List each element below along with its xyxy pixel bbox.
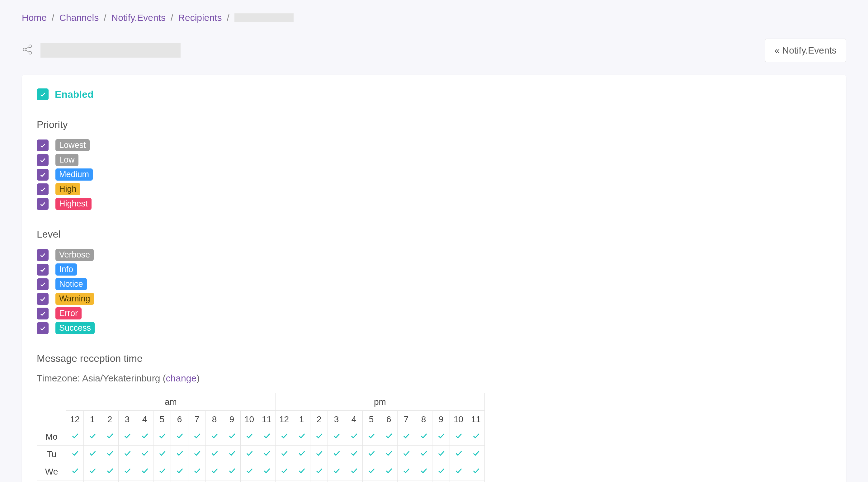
- schedule-hour-header[interactable]: 6: [380, 411, 398, 428]
- schedule-cell[interactable]: [206, 428, 223, 446]
- schedule-hour-header[interactable]: 8: [206, 411, 223, 428]
- schedule-cell[interactable]: [432, 428, 450, 446]
- schedule-hour-header[interactable]: 1: [293, 411, 310, 428]
- schedule-cell[interactable]: [66, 480, 84, 482]
- schedule-cell[interactable]: [450, 428, 467, 446]
- schedule-cell[interactable]: [171, 428, 188, 446]
- schedule-cell[interactable]: [293, 480, 310, 482]
- timezone-change-link[interactable]: change: [166, 373, 196, 383]
- breadcrumb-notify-events[interactable]: Notify.Events: [111, 12, 166, 23]
- schedule-hour-header[interactable]: 8: [415, 411, 432, 428]
- schedule-cell[interactable]: [398, 463, 415, 480]
- schedule-hour-header[interactable]: 2: [310, 411, 328, 428]
- schedule-cell[interactable]: [119, 428, 136, 446]
- schedule-cell[interactable]: [188, 463, 206, 480]
- schedule-cell[interactable]: [380, 480, 398, 482]
- schedule-cell[interactable]: [66, 463, 84, 480]
- schedule-cell[interactable]: [241, 463, 258, 480]
- schedule-cell[interactable]: [432, 463, 450, 480]
- schedule-cell[interactable]: [276, 463, 293, 480]
- schedule-cell[interactable]: [241, 428, 258, 446]
- schedule-hour-header[interactable]: 7: [398, 411, 415, 428]
- schedule-cell[interactable]: [154, 428, 171, 446]
- schedule-cell[interactable]: [223, 446, 241, 463]
- schedule-cell[interactable]: [206, 463, 223, 480]
- schedule-cell[interactable]: [84, 463, 101, 480]
- schedule-cell[interactable]: [276, 446, 293, 463]
- schedule-cell[interactable]: [66, 446, 84, 463]
- priority-checkbox[interactable]: [37, 169, 49, 181]
- schedule-cell[interactable]: [363, 446, 380, 463]
- schedule-cell[interactable]: [345, 428, 363, 446]
- schedule-cell[interactable]: [415, 463, 432, 480]
- schedule-hour-header[interactable]: 5: [154, 411, 171, 428]
- schedule-day-label[interactable]: Tu: [37, 446, 66, 463]
- breadcrumb-channels[interactable]: Channels: [59, 12, 99, 23]
- level-checkbox[interactable]: [37, 249, 49, 261]
- schedule-cell[interactable]: [450, 480, 467, 482]
- schedule-hour-header[interactable]: 12: [276, 411, 293, 428]
- schedule-hour-header[interactable]: 4: [136, 411, 154, 428]
- schedule-cell[interactable]: [467, 446, 485, 463]
- schedule-cell[interactable]: [293, 428, 310, 446]
- schedule-cell[interactable]: [119, 480, 136, 482]
- priority-checkbox[interactable]: [37, 140, 49, 151]
- schedule-cell[interactable]: [136, 463, 154, 480]
- schedule-day-label[interactable]: We: [37, 463, 66, 480]
- schedule-cell[interactable]: [154, 446, 171, 463]
- schedule-hour-header[interactable]: 9: [223, 411, 241, 428]
- level-checkbox[interactable]: [37, 264, 49, 276]
- enabled-checkbox[interactable]: [37, 88, 49, 100]
- schedule-cell[interactable]: [171, 463, 188, 480]
- schedule-cell[interactable]: [450, 463, 467, 480]
- schedule-cell[interactable]: [241, 446, 258, 463]
- schedule-cell[interactable]: [432, 480, 450, 482]
- level-checkbox[interactable]: [37, 308, 49, 320]
- schedule-hour-header[interactable]: 6: [171, 411, 188, 428]
- schedule-cell[interactable]: [223, 480, 241, 482]
- schedule-cell[interactable]: [276, 428, 293, 446]
- schedule-cell[interactable]: [380, 463, 398, 480]
- schedule-cell[interactable]: [258, 446, 276, 463]
- schedule-hour-header[interactable]: 3: [328, 411, 345, 428]
- schedule-cell[interactable]: [136, 446, 154, 463]
- schedule-cell[interactable]: [171, 480, 188, 482]
- schedule-cell[interactable]: [66, 428, 84, 446]
- schedule-hour-header[interactable]: 1: [84, 411, 101, 428]
- schedule-cell[interactable]: [119, 463, 136, 480]
- schedule-cell[interactable]: [84, 428, 101, 446]
- schedule-cell[interactable]: [258, 480, 276, 482]
- schedule-day-label[interactable]: Th: [37, 480, 66, 482]
- schedule-cell[interactable]: [380, 446, 398, 463]
- priority-checkbox[interactable]: [37, 183, 49, 195]
- level-checkbox[interactable]: [37, 322, 49, 334]
- back-to-notify-events-button[interactable]: « Notify.Events: [765, 39, 846, 62]
- schedule-cell[interactable]: [310, 463, 328, 480]
- schedule-cell[interactable]: [171, 446, 188, 463]
- schedule-cell[interactable]: [293, 463, 310, 480]
- schedule-cell[interactable]: [398, 428, 415, 446]
- schedule-cell[interactable]: [398, 446, 415, 463]
- schedule-cell[interactable]: [328, 428, 345, 446]
- schedule-cell[interactable]: [415, 480, 432, 482]
- schedule-cell[interactable]: [310, 480, 328, 482]
- schedule-cell[interactable]: [415, 428, 432, 446]
- level-checkbox[interactable]: [37, 293, 49, 305]
- schedule-cell[interactable]: [136, 480, 154, 482]
- schedule-cell[interactable]: [345, 480, 363, 482]
- schedule-cell[interactable]: [398, 480, 415, 482]
- schedule-cell[interactable]: [415, 446, 432, 463]
- schedule-cell[interactable]: [223, 428, 241, 446]
- schedule-cell[interactable]: [363, 428, 380, 446]
- schedule-cell[interactable]: [345, 463, 363, 480]
- schedule-cell[interactable]: [206, 446, 223, 463]
- schedule-cell[interactable]: [119, 446, 136, 463]
- schedule-cell[interactable]: [467, 463, 485, 480]
- schedule-cell[interactable]: [310, 428, 328, 446]
- schedule-cell[interactable]: [310, 446, 328, 463]
- schedule-cell[interactable]: [380, 428, 398, 446]
- schedule-cell[interactable]: [188, 480, 206, 482]
- schedule-cell[interactable]: [363, 480, 380, 482]
- schedule-cell[interactable]: [450, 446, 467, 463]
- schedule-cell[interactable]: [154, 480, 171, 482]
